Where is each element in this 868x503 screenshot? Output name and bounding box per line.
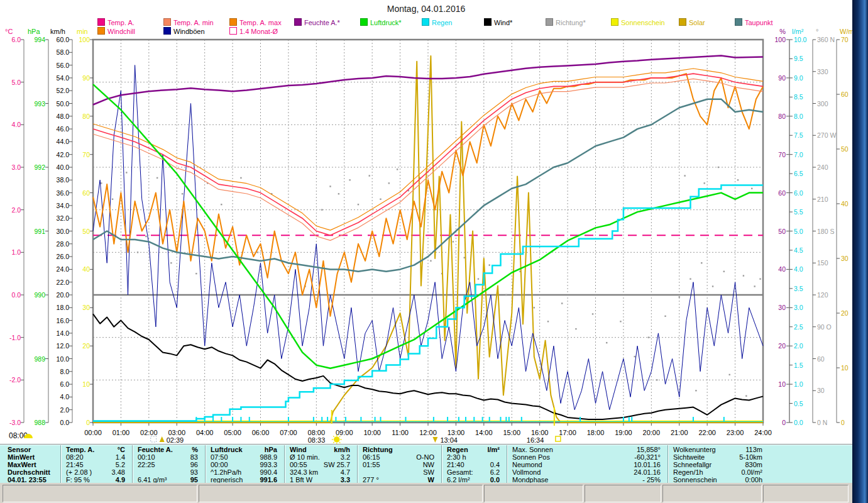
- svg-text:-1.0: -1.0: [9, 334, 21, 341]
- status-segment: [199, 485, 483, 502]
- svg-text:10:00: 10:00: [363, 429, 381, 436]
- table-cell-value: 93: [190, 468, 198, 476]
- svg-text:56.0: 56.0: [57, 62, 70, 69]
- svg-text:26.0: 26.0: [57, 253, 70, 260]
- svg-text:50: 50: [82, 228, 90, 235]
- table-cell-value: O-NO: [416, 453, 434, 461]
- table-cell-label: Wolkenunterg: [673, 446, 716, 453]
- table-cell-label: 07:50: [211, 453, 228, 461]
- svg-text:22.0: 22.0: [57, 279, 70, 286]
- svg-text:30.0: 30.0: [57, 228, 70, 235]
- table-cell-value: 988.9: [260, 453, 277, 461]
- svg-text:44.0: 44.0: [57, 138, 70, 145]
- svg-text:1.0: 1.0: [794, 380, 803, 388]
- svg-text:50: 50: [778, 228, 786, 235]
- svg-text:04:00: 04:00: [196, 429, 214, 436]
- svg-text:10.0: 10.0: [794, 36, 807, 43]
- table-column: Feuchte A.%00:108322:2596936.41 g/m³95: [132, 445, 203, 483]
- svg-text:992: 992: [34, 163, 45, 171]
- svg-text:42.0: 42.0: [57, 151, 70, 158]
- table-cell-label: Schneefallgr: [673, 461, 711, 468]
- table-cell-label: Sensor: [8, 446, 31, 453]
- direction-axis: °360 N330300270 W240210180 S15012090 O60…: [813, 28, 836, 426]
- svg-text:50.0: 50.0: [57, 100, 70, 108]
- table-cell-value: 6.2: [490, 468, 500, 476]
- svg-text:3.5: 3.5: [794, 285, 803, 292]
- svg-text:02:39: 02:39: [167, 436, 184, 444]
- table-row: 00:55SW 25.7: [285, 461, 355, 468]
- table-column: LuftdruckhPa07:50988.900:00993.3^1.2hPa/…: [205, 445, 282, 483]
- svg-text:60.0: 60.0: [57, 36, 70, 43]
- svg-text:120: 120: [817, 291, 828, 299]
- svg-text:05:00: 05:00: [224, 429, 241, 436]
- svg-text:3.0: 3.0: [11, 163, 21, 171]
- table-row: Gesamt:6.2: [442, 468, 505, 476]
- table-row: Sensor: [3, 446, 58, 453]
- svg-text:270 W: 270 W: [817, 131, 836, 139]
- desktop-background-strip: [852, 0, 868, 503]
- richtung-scatter: [101, 167, 761, 397]
- table-cell-value: %: [192, 446, 198, 453]
- svg-text:48.0: 48.0: [57, 113, 70, 120]
- svg-text:2.0: 2.0: [60, 406, 69, 414]
- table-row: 2:30 h: [442, 453, 505, 461]
- svg-text:8.0: 8.0: [794, 113, 803, 120]
- rain-axis: l/m²10.09.59.08.58.07.57.06.56.05.55.04.…: [789, 28, 807, 426]
- table-row: Regenl/m²: [442, 446, 505, 453]
- svg-text:70: 70: [841, 36, 849, 43]
- svg-text:7.0: 7.0: [794, 151, 803, 158]
- table-row: Temp. A.°C: [61, 446, 130, 453]
- svg-text:5.5: 5.5: [794, 208, 803, 216]
- svg-text:14:00: 14:00: [475, 429, 493, 436]
- svg-text:14.0: 14.0: [57, 329, 70, 337]
- table-cell-label: 2:30 h: [447, 453, 466, 461]
- table-cell-value: 830m: [745, 461, 762, 468]
- table-cell-label: 08:20: [66, 453, 84, 461]
- temp-axis: °C6.05.04.03.02.01.00.0-1.0-2.0-3.0: [5, 28, 24, 426]
- svg-text:4.5: 4.5: [794, 246, 803, 254]
- table-cell-value: l/m²: [487, 446, 500, 453]
- svg-text:19:00: 19:00: [615, 429, 632, 436]
- table-cell-label: Max. Sonnen: [512, 446, 553, 453]
- svg-text:23:00: 23:00: [727, 429, 744, 436]
- table-cell-value: 1.4: [116, 453, 125, 461]
- svg-text:0 N: 0 N: [817, 419, 827, 426]
- table-cell-value: 5-10km: [739, 453, 762, 461]
- svg-text:210: 210: [817, 196, 828, 203]
- svg-text:990: 990: [34, 291, 45, 299]
- svg-text:16.0: 16.0: [57, 317, 70, 324]
- svg-text:30: 30: [82, 304, 90, 311]
- table-cell-value: 10.01.16: [634, 461, 661, 468]
- svg-text:09:00: 09:00: [336, 429, 353, 436]
- svg-text:00:00: 00:00: [84, 429, 102, 436]
- svg-text:10: 10: [82, 380, 90, 388]
- svg-text:38.0: 38.0: [57, 176, 70, 184]
- table-column: Wolkenunterg113mSichtweite5-10kmSchneefa…: [667, 445, 850, 483]
- table-row: Sonnen Pos-60,321°: [507, 453, 666, 461]
- table-cell-value: 0.4: [490, 461, 500, 468]
- table-row: MaxWert: [3, 461, 58, 468]
- svg-text:52.0: 52.0: [57, 87, 70, 94]
- svg-text:10: 10: [778, 380, 786, 388]
- svg-text:02:00: 02:00: [140, 429, 158, 436]
- table-column: Richtung06:15O-NO01:55NWSW277 °W: [357, 445, 439, 483]
- svg-text:993: 993: [34, 100, 45, 108]
- status-segment: [763, 485, 849, 502]
- svg-text:70: 70: [82, 151, 90, 158]
- svg-text:30: 30: [778, 304, 786, 311]
- table-row: (+ 2.08 )3.48: [61, 468, 130, 476]
- table-row: Max. Sonnen15,858°: [507, 446, 666, 453]
- svg-text:60: 60: [817, 355, 825, 363]
- svg-text:70: 70: [778, 151, 786, 158]
- svg-text:01:00: 01:00: [113, 429, 130, 436]
- table-cell-label: 01:55: [363, 461, 380, 468]
- status-bar: [0, 483, 868, 503]
- svg-text:4.0: 4.0: [60, 393, 69, 401]
- svg-text:30: 30: [817, 387, 825, 394]
- svg-text:5.0: 5.0: [11, 79, 21, 86]
- table-cell-label: Gesamt:: [447, 468, 473, 476]
- table-cell-value: °C: [118, 446, 125, 453]
- svg-text:°: °: [816, 28, 818, 35]
- svg-text:17:00: 17:00: [559, 429, 576, 436]
- svg-text:07:00: 07:00: [280, 429, 297, 436]
